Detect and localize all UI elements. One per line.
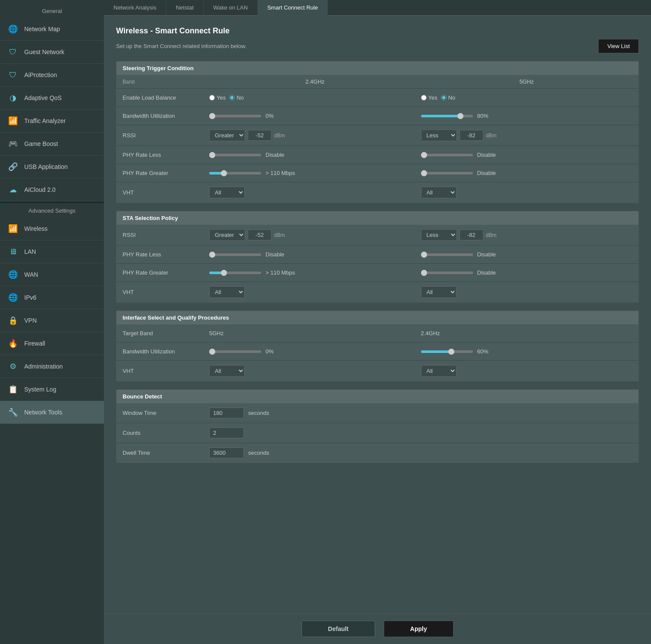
rssi-24-col-ss: Greater Less Equal dBm <box>209 229 421 241</box>
sidebar-item-ipv6[interactable]: 🌐 IPv6 <box>0 286 104 309</box>
vht-5-select-ss[interactable]: All Enable Disable <box>421 286 457 298</box>
phy-less-5-slider-ss-input[interactable] <box>421 253 473 256</box>
dwell-time-input[interactable] <box>209 447 244 458</box>
lb-5-no-label[interactable]: No <box>441 94 456 101</box>
counts-input[interactable] <box>209 427 244 438</box>
traffic-analyzer-icon: 📶 <box>7 115 19 127</box>
bw-24-slider[interactable] <box>209 115 261 117</box>
lb-24-no-radio[interactable] <box>229 95 235 100</box>
rssi-5-condition-st[interactable]: Greater Less Equal <box>421 129 457 141</box>
rssi-5-col-st: Greater Less Equal dBm <box>421 129 633 141</box>
content-area: Wireless - Smart Connect Rule Set up the… <box>104 16 651 613</box>
sidebar-item-aiprotection[interactable]: 🛡 AiProtection <box>0 64 104 87</box>
bw-24-slider-container: 0% <box>209 113 287 119</box>
rssi-24-input-ss[interactable] <box>248 230 272 240</box>
sidebar-item-label: IPv6 <box>24 294 36 301</box>
sidebar-item-wan[interactable]: 🌐 WAN <box>0 263 104 286</box>
vht-row-is: VHT All Enable Disable All <box>117 361 638 381</box>
phy-less-5-slider[interactable] <box>421 154 473 156</box>
rssi-5-condition-ss[interactable]: Greater Less Equal <box>421 229 457 241</box>
sidebar-item-firewall[interactable]: 🔥 Firewall <box>0 332 104 355</box>
lb-24-yes-radio[interactable] <box>209 95 215 100</box>
lb-24-yes-label[interactable]: Yes <box>209 94 226 101</box>
band-label: Band <box>123 79 209 85</box>
rssi-24-input-st[interactable] <box>248 130 272 141</box>
sidebar-item-usb-application[interactable]: 🔗 USB Application <box>0 155 104 178</box>
target-band-label: Target Band <box>123 330 209 337</box>
apply-button[interactable]: Apply <box>384 621 453 637</box>
dwell-time-unit: seconds <box>248 450 269 456</box>
bw-24-value: 0% <box>266 113 287 119</box>
enable-lb-label: Enable Load Balance <box>123 94 209 101</box>
sidebar-item-lan[interactable]: 🖥 LAN <box>0 240 104 263</box>
rssi-5-input-ss[interactable] <box>460 230 483 240</box>
phy-greater-label-ss: PHY Rate Greater <box>123 269 209 276</box>
rssi-5-col-ss: Greater Less Equal dBm <box>421 229 633 241</box>
target-band-row: Target Band 5GHz 2.4GHz <box>117 324 638 343</box>
sidebar-item-system-log[interactable]: 📋 System Log <box>0 378 104 401</box>
bw-util-row: Bandwidth Utilization 0% 80% <box>117 107 638 125</box>
vht-col2-select-is[interactable]: All Enable Disable <box>421 365 457 377</box>
sidebar: General 🌐 Network Map 🛡 Guest Network 🛡 … <box>0 0 104 644</box>
window-time-input[interactable] <box>209 408 244 418</box>
network-tools-icon: 🔧 <box>7 406 19 418</box>
lb-5-yes-radio[interactable] <box>421 95 427 100</box>
bw-5-col: 80% <box>421 113 633 119</box>
vht-5-col-st: All Enable Disable <box>421 187 633 198</box>
vht-24-select-st[interactable]: All Enable Disable <box>209 187 245 198</box>
phy-greater-5-value-ss: Disable <box>477 269 499 276</box>
rssi-24-condition-st[interactable]: Greater Less Equal <box>209 129 245 141</box>
phy-greater-5-slider-ss-input[interactable] <box>421 272 473 274</box>
phy-greater-5-slider[interactable] <box>421 172 473 175</box>
rssi-content-st: Greater Less Equal dBm <box>209 129 632 141</box>
phy-less-24-slider[interactable] <box>209 154 261 156</box>
rssi-content-ss: Greater Less Equal dBm <box>209 229 632 241</box>
vht-col1-select-is[interactable]: All Enable Disable <box>209 365 245 377</box>
phy-greater-24-slider-ss-input[interactable] <box>209 272 261 274</box>
sidebar-item-vpn[interactable]: 🔒 VPN <box>0 309 104 332</box>
tabs-bar: Network Analysis Netstat Wake on LAN Sma… <box>104 0 651 16</box>
phy-greater-label-st: PHY Rate Greater <box>123 170 209 176</box>
lb-24-no-label[interactable]: No <box>229 94 244 101</box>
bw-24-col: 0% <box>209 113 421 119</box>
vht-label-ss: VHT <box>123 289 209 295</box>
sidebar-item-network-map[interactable]: 🌐 Network Map <box>0 18 104 41</box>
sidebar-item-network-tools[interactable]: 🔧 Network Tools <box>0 401 104 424</box>
sidebar-item-wireless[interactable]: 📶 Wireless <box>0 217 104 240</box>
rssi-24-condition-ss[interactable]: Greater Less Equal <box>209 229 245 241</box>
sta-selection-body: RSSI Greater Less Equal dBm <box>117 225 638 302</box>
tab-smart-connect-rule[interactable]: Smart Connect Rule <box>258 0 328 16</box>
view-list-button[interactable]: View List <box>598 39 639 53</box>
default-button[interactable]: Default <box>301 621 375 637</box>
phy-less-24-slider-ss-input[interactable] <box>209 253 261 256</box>
game-boost-icon: 🎮 <box>7 138 19 150</box>
sidebar-item-aicloud[interactable]: ☁ AiCloud 2.0 <box>0 178 104 201</box>
sidebar-item-guest-network[interactable]: 🛡 Guest Network <box>0 41 104 64</box>
sidebar-item-game-boost[interactable]: 🎮 Game Boost <box>0 133 104 155</box>
bw-util-label: Bandwidth Utilization <box>123 113 209 119</box>
bw-util-label-is: Bandwidth Utilization <box>123 348 209 355</box>
lb-5-yes-label[interactable]: Yes <box>421 94 437 101</box>
lb-5-no-radio[interactable] <box>441 95 447 100</box>
bw-col1-slider-input-is[interactable] <box>209 350 261 353</box>
phy-less-content-st: Disable Disable <box>209 152 632 158</box>
dwell-time-label: Dwell Time <box>123 450 209 456</box>
phy-less-label-ss: PHY Rate Less <box>123 251 209 258</box>
rssi-5-input-st[interactable] <box>460 130 483 141</box>
sidebar-item-label: Firewall <box>24 340 45 347</box>
vht-24-select-ss[interactable]: All Enable Disable <box>209 286 245 298</box>
lb-24-no-text: No <box>236 94 244 101</box>
bw-col2-slider-input-is[interactable] <box>421 350 473 353</box>
phy-greater-5-value-st: Disable <box>477 170 499 176</box>
usb-application-icon: 🔗 <box>7 161 19 173</box>
tab-wake-on-lan[interactable]: Wake on LAN <box>204 0 258 15</box>
bw-5-slider[interactable] <box>421 115 473 117</box>
tab-network-analysis[interactable]: Network Analysis <box>104 0 166 15</box>
tab-netstat[interactable]: Netstat <box>166 0 204 15</box>
phy-greater-24-slider[interactable] <box>209 172 261 175</box>
sidebar-item-administration[interactable]: ⚙ Administration <box>0 355 104 378</box>
sidebar-item-adaptive-qos[interactable]: ◑ Adaptive QoS <box>0 87 104 110</box>
rssi-24-box-ss: Greater Less Equal dBm <box>209 229 285 241</box>
sidebar-item-traffic-analyzer[interactable]: 📶 Traffic Analyzer <box>0 110 104 133</box>
vht-5-select-st[interactable]: All Enable Disable <box>421 187 457 198</box>
